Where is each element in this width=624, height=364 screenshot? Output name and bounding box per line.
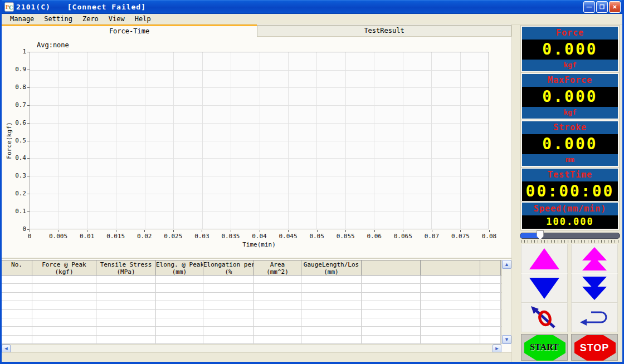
display-stroke-value: 0.000 <box>522 134 618 154</box>
x-tick-mark <box>30 230 30 232</box>
x-tick-mark <box>260 230 260 232</box>
menu-item-setting[interactable]: Setting <box>39 15 77 23</box>
table-vertical-scrollbar[interactable]: ▲ ▼ <box>501 260 511 344</box>
table-cell <box>96 310 156 318</box>
table-cell <box>421 284 480 292</box>
return-button[interactable] <box>571 303 618 332</box>
table-cell <box>32 327 96 335</box>
table-cell <box>480 310 501 318</box>
scroll-left-icon[interactable]: ◄ <box>2 345 11 353</box>
scroll-right-icon[interactable]: ► <box>493 345 501 353</box>
table-cell <box>421 293 480 301</box>
zero-icon <box>528 305 561 331</box>
table-cell <box>362 293 421 301</box>
x-tick-mark <box>87 230 87 232</box>
table-row[interactable] <box>2 310 501 318</box>
x-tick-label: 0 <box>14 233 45 240</box>
table-cell <box>96 318 156 326</box>
table-cell <box>2 327 32 335</box>
x-tick-mark <box>345 230 346 232</box>
table-header-cell: Force @ Peak(kgf) <box>32 260 96 275</box>
svg-text:C: C <box>9 4 13 11</box>
close-button[interactable]: ✕ <box>609 1 621 13</box>
gridline-horizontal <box>30 123 489 124</box>
menu-item-help[interactable]: Help <box>130 15 156 23</box>
tab-bar: Force-Time TestResult <box>2 24 511 37</box>
x-tick-mark <box>58 230 59 232</box>
x-axis-title: Time(min) <box>226 241 292 248</box>
slider-track[interactable] <box>520 233 620 239</box>
table-row[interactable] <box>2 336 501 344</box>
table-cell <box>301 310 362 318</box>
scroll-down-icon[interactable]: ▼ <box>502 335 511 344</box>
x-tick-mark <box>460 230 461 232</box>
fast-down-button[interactable] <box>571 273 618 303</box>
jog-up-button[interactable] <box>521 244 568 273</box>
table-row[interactable] <box>2 327 501 335</box>
table-header-cell: Tensile Stress(MPa) <box>96 260 156 275</box>
table-cell <box>156 284 203 292</box>
display-force-value: 0.000 <box>522 40 618 60</box>
table-cell <box>362 327 421 335</box>
table-cell <box>480 293 501 301</box>
window-title: 2101(C) <box>16 3 51 11</box>
display-maxforce-unit: kgf <box>522 107 618 119</box>
table-row[interactable] <box>2 276 501 284</box>
fast-up-button[interactable] <box>571 244 618 273</box>
x-tick-mark <box>173 230 174 232</box>
table-row[interactable] <box>2 284 501 292</box>
stop-button[interactable]: STOP <box>571 334 618 361</box>
maximize-button[interactable]: ❐ <box>596 1 608 13</box>
table-horizontal-scrollbar[interactable]: ◄ ► <box>2 344 501 352</box>
table-cell <box>96 336 156 343</box>
y-tick-label: 0.7 <box>3 101 26 109</box>
x-tick-label: 0.03 <box>186 233 217 240</box>
menu-item-view[interactable]: View <box>104 15 130 23</box>
table-cell <box>96 276 156 283</box>
results-table-body <box>2 276 501 344</box>
table-cell <box>254 318 301 326</box>
display-stroke: Stroke 0.000 mm <box>521 120 619 167</box>
return-icon <box>579 308 610 328</box>
table-cell <box>32 301 96 309</box>
slider-ticks <box>521 240 619 243</box>
table-header-cell: No. <box>2 260 32 275</box>
minimize-button[interactable]: — <box>583 1 595 13</box>
table-cell <box>362 276 421 283</box>
table-header-cell <box>480 260 501 275</box>
table-cell <box>156 301 203 309</box>
titlebar: P C 2101(C) [Connect Failed] — ❐ ✕ <box>2 0 622 14</box>
tab-force-time[interactable]: Force-Time <box>2 24 257 37</box>
display-maxforce: MaxForce 0.000 kgf <box>521 73 619 120</box>
zero-button[interactable] <box>521 303 568 332</box>
table-cell <box>203 336 254 343</box>
table-cell <box>301 336 362 343</box>
y-tick-mark <box>27 229 30 230</box>
speed-slider[interactable] <box>520 230 620 243</box>
table-cell <box>156 318 203 326</box>
tab-test-result[interactable]: TestResult <box>257 25 511 37</box>
table-cell <box>203 301 254 309</box>
up-triangle-icon <box>529 248 559 269</box>
menu-item-zero[interactable]: Zero <box>77 15 104 23</box>
table-cell <box>254 336 301 343</box>
display-testtime-value: 00:00:00 <box>522 181 618 201</box>
table-cell <box>362 318 421 326</box>
table-row[interactable] <box>2 293 501 301</box>
y-tick-mark <box>27 123 30 124</box>
x-tick-mark <box>403 230 403 232</box>
jog-down-button[interactable] <box>521 273 568 303</box>
table-row[interactable] <box>2 318 501 327</box>
table-cell <box>32 318 96 326</box>
table-header-cell <box>362 260 421 275</box>
x-tick-label: 0.065 <box>387 233 418 240</box>
table-cell <box>203 276 254 283</box>
start-button[interactable]: START <box>521 334 568 361</box>
down-triangle-icon <box>529 278 559 299</box>
display-speed: Speed(mm/min) 100.000 <box>521 201 619 230</box>
gridline-horizontal <box>30 158 489 159</box>
table-row[interactable] <box>2 301 501 309</box>
menu-item-manage[interactable]: Manage <box>5 15 39 23</box>
scroll-up-icon[interactable]: ▲ <box>502 260 511 269</box>
menu-bar: ManageSettingZeroViewHelp <box>2 14 622 24</box>
